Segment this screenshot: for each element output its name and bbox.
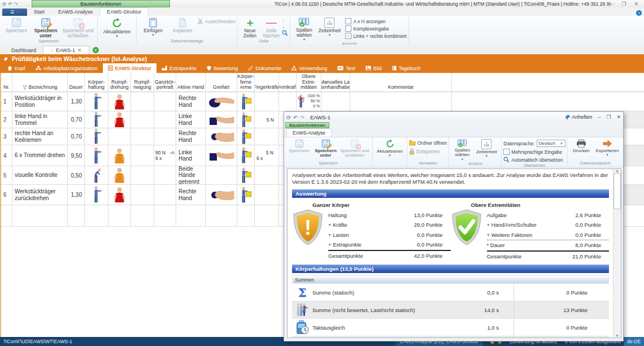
- save-button[interactable]: Speichern: [286, 138, 312, 161]
- page-tab-arbeitsplatzorganisation[interactable]: Arbeitsplatzorganisation: [31, 63, 103, 73]
- data-language-select[interactable]: Deutsch▼: [537, 140, 565, 147]
- page-tab-kopf[interactable]: Kopf: [2, 63, 31, 73]
- time-unit-button[interactable]: s0,00 Zeiteinheit ▼: [316, 16, 343, 41]
- save-close-button[interactable]: Speichern und schließen: [60, 16, 95, 38]
- close-tab-icon[interactable]: ✕: [77, 47, 82, 53]
- cut-button[interactable]: Ausschneiden: [197, 18, 235, 24]
- dialog-tab-eaws-analyse[interactable]: EAWS-Analyse: [286, 128, 332, 137]
- row-dauer: 9,50: [68, 145, 85, 166]
- doc-tab-dashboard[interactable]: Dashboard: [5, 46, 43, 54]
- save-button[interactable]: Speichern: [2, 16, 31, 38]
- minimize-button[interactable]: –: [598, 114, 601, 120]
- page-tab-eaws-struktur[interactable]: EAWS-Struktur: [103, 63, 157, 73]
- refresh-button[interactable]: Aktualisieren ▼: [99, 16, 134, 38]
- export-button[interactable]: Exportieren ▼: [593, 138, 621, 161]
- status-language[interactable]: de-DE: [624, 337, 644, 346]
- summen-row[interactable]: Σ Summe (statisch) 0,0 s 0 Punkte: [292, 284, 609, 301]
- col-header-koerperhaltung[interactable]: Körper- haltung: [85, 73, 108, 92]
- redo-icon[interactable]: ↷: [14, 1, 18, 7]
- page-tab-text[interactable]: abc Text: [332, 63, 360, 73]
- scroll-up-icon[interactable]: ▲: [616, 169, 619, 172]
- col-header-kommentar[interactable]: Kommentar: [350, 73, 452, 92]
- scrollbar-thumb[interactable]: [613, 173, 621, 209]
- summen-row[interactable]: Σ Summe (insgesamt) 15,0 s 13 Punkte: [292, 336, 609, 338]
- table-row[interactable]: 1 Werkstückträger in Position 1,30 Recht…: [1, 92, 644, 111]
- maximize-button[interactable]: ❐: [621, 1, 626, 7]
- col-header-koerperferne-arme[interactable]: Körper- ferne Arme: [237, 73, 255, 92]
- checkbox-links-rechts[interactable]: Links + rechts kombiniert: [345, 33, 406, 39]
- checkbox-axh[interactable]: A x H anzeigen: [345, 18, 406, 24]
- undo-icon[interactable]: ↶: [8, 1, 12, 7]
- page-tab-bewertung[interactable]: Bewertung: [202, 63, 243, 73]
- page-tab-dokumente[interactable]: Dokumente: [243, 63, 286, 73]
- save-as-button[interactable]: Speichern unter: [312, 138, 339, 161]
- row-aktive-hand: Beide Hände getrennt: [176, 166, 206, 185]
- page-tab-verwendung[interactable]: Verwendung: [286, 63, 332, 73]
- tab-eaws-analyse[interactable]: EAWS-Analyse: [51, 8, 99, 16]
- app-menu-button[interactable]: ☰▼: [2, 8, 27, 16]
- col-header-fingerkraefte[interactable]: Fingerkräfte: [255, 73, 279, 92]
- refresh-icon[interactable]: ⟳: [286, 114, 291, 120]
- dialog-titlebar[interactable]: ⟳ ↶ ↷ EAWS-1 Anheften – ❐ ✕: [284, 112, 623, 122]
- col-header-armkraft[interactable]: Armkraft: [279, 73, 297, 92]
- pin-button[interactable]: Anheften: [565, 114, 592, 120]
- col-header-dauer[interactable]: Dauer: [68, 73, 85, 92]
- search-icon[interactable]: [282, 30, 288, 36]
- dialog-scrollbar[interactable]: ▲ ▼: [613, 169, 621, 338]
- refresh-icon[interactable]: ⟳: [2, 1, 6, 7]
- save-close-button[interactable]: Speichern und schließen: [339, 138, 371, 161]
- checkbox-komplexeingabe[interactable]: Komplexeingabe: [345, 25, 406, 32]
- col-header-nr[interactable]: Nr.: [1, 73, 12, 92]
- choose-columns-button[interactable]: Spalten wählen ▼: [292, 16, 316, 41]
- dialog-group-aktualisieren: Aktualisieren ▼: [373, 137, 407, 167]
- choose-columns-button[interactable]: Spalten wählen ▼: [451, 138, 473, 161]
- person-torso-red-icon: [112, 187, 127, 203]
- auto-translate-button[interactable]: Automatisch übersetzen: [503, 157, 565, 163]
- delete-row-button[interactable]: — Zeile löschen: [260, 16, 282, 38]
- page-tab-tagebuch[interactable]: Tagebuch: [387, 63, 426, 73]
- checkbox-mehrsprachig[interactable]: Mehrsprachige Eingabe: [503, 149, 565, 155]
- row-bezeichnung: 6 x Trommel drehen: [12, 145, 68, 166]
- redo-icon[interactable]: ↷: [300, 114, 304, 120]
- tab-start[interactable]: Start: [27, 8, 51, 16]
- image-icon: [365, 66, 371, 71]
- new-tab-button[interactable]: +: [93, 47, 99, 53]
- unlock-button[interactable]: Entsperren: [409, 148, 447, 155]
- summen-row[interactable]: Taktausgleich 1,0 s 0 Punkte: [292, 319, 609, 336]
- col-header-bezeichnung[interactable]: Bezeichnung: [12, 73, 68, 92]
- dialog-contextual-tab[interactable]: Bausteinfunktionen: [285, 122, 329, 128]
- page-tab-extrapunkte[interactable]: Extrapunkte: [156, 63, 202, 73]
- move-up-icon[interactable]: ↑: [282, 18, 288, 24]
- summen-row[interactable]: Summe (nicht bewertet, Last/nicht statis…: [292, 301, 609, 319]
- scroll-down-icon[interactable]: ▼: [616, 334, 619, 338]
- page-tab-bild[interactable]: Bild: [360, 63, 387, 73]
- row-aktive-hand: Rechte Hand: [176, 128, 206, 145]
- col-header-manuelles[interactable]: Manuelles La- stenhandhaben: [321, 73, 350, 92]
- col-header-aktive-hand[interactable]: Aktive Hand: [176, 73, 206, 92]
- close-button[interactable]: ✕: [616, 114, 621, 120]
- minimize-button[interactable]: –: [611, 1, 613, 7]
- tab-eaws-struktur[interactable]: EAWS-Struktur: [99, 7, 149, 16]
- save-as-button[interactable]: Speichern unter: [31, 16, 60, 38]
- undo-icon[interactable]: ↶: [293, 114, 298, 120]
- refresh-button[interactable]: Aktualisieren ▼: [375, 138, 405, 161]
- col-header-rumpfneigung[interactable]: Rumpf- neigung: [131, 73, 154, 92]
- help-icon[interactable]: ?: [636, 10, 642, 16]
- time-unit-button[interactable]: s0,00 Zeiteinheit ▼: [473, 138, 499, 161]
- move-down-icon[interactable]: ↓: [282, 24, 288, 29]
- page-tab-bar: Kopf Arbeitsplatzorganisation EAWS-Struk…: [0, 63, 644, 73]
- paste-button[interactable]: Einfügen ▼: [138, 16, 168, 38]
- col-header-ganzkoerperkraft[interactable]: Ganzkör- perkraft: [154, 73, 176, 92]
- col-header-greifart[interactable]: Greifart: [206, 73, 237, 92]
- col-header-obere-extremitaeten[interactable]: Obere Extre- mitäten: [297, 73, 321, 92]
- copy-button[interactable]: Kopieren: [168, 16, 197, 38]
- close-button[interactable]: ✕: [634, 1, 638, 7]
- contextual-tab-header[interactable]: Bausteinfunktionen: [32, 0, 170, 7]
- add-rows-button[interactable]: ＋ Neue Zeilen: [239, 16, 260, 38]
- folder-icon: [409, 140, 416, 146]
- doc-tab-eaws1[interactable]: ⌄ EAWS-1 ✕: [43, 46, 89, 54]
- col-header-rumpfdrehung[interactable]: Rumpf- drehung: [108, 73, 131, 92]
- maximize-button[interactable]: ❐: [606, 114, 611, 120]
- open-folder-button[interactable]: Ordner öffnen: [409, 140, 447, 146]
- print-button[interactable]: Drucken: [569, 138, 593, 161]
